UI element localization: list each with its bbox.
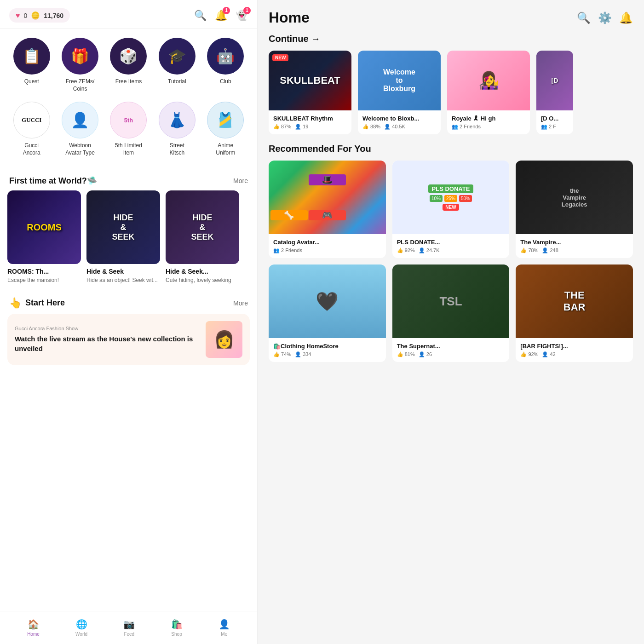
rooms-bg: ROOMS [7, 190, 81, 264]
rec-name-clothing: 🛍️Clothing HomeStore [273, 343, 381, 350]
start-here-header: 👆 Start Here More [0, 292, 257, 314]
right-search-icon[interactable]: 🔍 [577, 12, 591, 24]
new-badge-skullbeat: NEW [272, 54, 288, 61]
header-icons: 🔍 🔔 1 👻 1 [194, 10, 248, 22]
cat-free-items-icon: 🎲 [110, 38, 147, 75]
cat-street-label: StreetKitsch [170, 142, 185, 156]
world-thumb-hideseek1: HIDE&SEEK [86, 190, 160, 264]
rec-grid: 🎩 🦴 🎮 Catalog Avatar... 👥 2 Friends [269, 161, 633, 362]
nav-profile[interactable]: 👤 Me [218, 619, 230, 637]
recommended-title: Recommended For You [269, 144, 633, 154]
rec-meta-donate: 👍 92% 👤 24.7K [397, 247, 505, 253]
cat-free-items[interactable]: 🎲 Free Items [108, 38, 149, 92]
nav-home[interactable]: 🏠 Home [27, 619, 40, 637]
cat-tutorial[interactable]: 🎓 Tutorial [156, 38, 198, 92]
game-name-bloxburg: Welcome to Bloxb... [362, 115, 436, 122]
rec-thumb-vampire: theVampireLegacies [516, 161, 633, 234]
start-here-card[interactable]: Gucci Ancora Fashion Show Watch the live… [7, 314, 250, 365]
cat-anime-label: AnimeUniform [216, 142, 235, 156]
cat-zepeto5[interactable]: 5th 5th LimitedItem [108, 102, 149, 156]
rec-meta-clothing: 👍 74% 👤 334 [273, 351, 381, 357]
cat-gucci[interactable]: GUCCI GucciAncora [11, 102, 52, 156]
cat-quest[interactable]: 📋 Quest [11, 38, 52, 92]
category-section: 📋 Quest 🎁 Free ZEMs/Coins 🎲 Free Items 🎓… [0, 29, 257, 170]
world-desc-rooms: Escape the mansion! [7, 277, 81, 284]
rec-thumb-catalog: 🎩 🦴 🎮 [269, 161, 386, 234]
game-card-bloxburg[interactable]: WelcometoBloxburg Welcome to Bloxb... 👍 … [358, 51, 441, 134]
rec-meta-catalog: 👥 2 Friends [273, 247, 381, 253]
start-here-more[interactable]: More [233, 299, 248, 307]
ghost-badge: 1 [243, 7, 251, 14]
right-settings-icon[interactable]: ⚙️ [598, 12, 612, 24]
cat-webtoon-label: WebtoonAvatar Type [65, 142, 95, 156]
cat-anime[interactable]: 🎽 AnimeUniform [205, 102, 246, 156]
rec-card-vampire[interactable]: theVampireLegacies The Vampire... 👍 78% … [516, 161, 633, 258]
world-thumb-rooms: ROOMS [7, 190, 81, 264]
nav-shop[interactable]: 🛍️ Shop [171, 619, 183, 637]
world-name-hideseek1: Hide & Seek [86, 268, 160, 275]
game-name-royale: Royale 🎗 Hi gh [452, 115, 525, 122]
rec-card-bar[interactable]: THEBAR [BAR FIGHTS!]... 👍 92% 👤 42 [516, 264, 633, 362]
rec-card-catalog[interactable]: 🎩 🦴 🎮 Catalog Avatar... 👥 2 Friends [269, 161, 386, 258]
game-meta-royale: 👥 2 Friends [452, 124, 525, 130]
cat-club-label: Club [220, 78, 231, 86]
world-card-hideseek1[interactable]: HIDE&SEEK Hide & Seek Hide as an object!… [86, 190, 160, 284]
left-header: ♥ 0 🪙 11,760 🔍 🔔 1 👻 1 [0, 0, 257, 29]
cat-gucci-icon: GUCCI [13, 102, 50, 138]
cat-free-zems[interactable]: 🎁 Free ZEMs/Coins [59, 38, 101, 92]
game-thumb-royale: 👩‍🎤 [447, 51, 530, 110]
world-card-hideseek2[interactable]: HIDE&SEEK Hide & Seek... Cute hiding, lo… [166, 190, 239, 284]
notification-button[interactable]: 🔔 1 [215, 10, 227, 22]
cat-webtoon[interactable]: 👤 WebtoonAvatar Type [59, 102, 101, 156]
cat-zepeto5-icon: 5th [110, 102, 147, 138]
cat-club[interactable]: 🤖 Club [205, 38, 246, 92]
rec-name-catalog: Catalog Avatar... [273, 239, 381, 246]
recommended-section: Recommended For You 🎩 🦴 🎮 [258, 144, 644, 362]
category-row-1: 📋 Quest 🎁 Free ZEMs/Coins 🎲 Free Items 🎓… [7, 38, 250, 92]
right-content: Continue → SKULLBEAT NEW SKULLBEAT Rhyth… [258, 34, 644, 644]
rec-thumb-supernat: TSL [392, 264, 510, 338]
heart-icon: ♥ [16, 12, 20, 20]
rec-card-supernat[interactable]: TSL The Supernat... 👍 81% 👤 26 [392, 264, 510, 362]
game-card-skullbeat[interactable]: SKULLBEAT NEW SKULLBEAT Rhythm 👍 87% 👤 1… [269, 51, 351, 134]
nav-world[interactable]: 🌐 World [75, 619, 87, 637]
cat-tutorial-label: Tutorial [168, 78, 186, 86]
left-content: 📋 Quest 🎁 Free ZEMs/Coins 🎲 Free Items 🎓… [0, 29, 257, 611]
right-panel: Home 🔍 ⚙️ 🔔 Continue → SKULLBEAT NEW [258, 0, 644, 644]
ghost-button[interactable]: 👻 1 [236, 10, 248, 22]
start-card-subtitle: Gucci Ancora Fashion Show [15, 326, 200, 331]
cat-club-icon: 🤖 [207, 38, 244, 75]
coin-count: 11,760 [44, 12, 63, 19]
cat-street-icon: 👗 [159, 102, 196, 138]
rec-card-clothing[interactable]: 🖤 🛍️Clothing HomeStore 👍 74% 👤 334 [269, 264, 386, 362]
world-scroll: ROOMS ROOMS: Th... Escape the mansion! H… [0, 190, 257, 292]
game-card-royale[interactable]: 👩‍🎤 Royale 🎗 Hi gh 👥 2 Friends [447, 51, 530, 134]
right-header: Home 🔍 ⚙️ 🔔 [258, 0, 644, 34]
rec-card-donate[interactable]: PLS DONATE 10% 25% 50% NEW PLS DONATE... [392, 161, 510, 258]
start-card-text: Gucci Ancora Fashion Show Watch the live… [15, 326, 200, 353]
first-time-header: First time at World?🛸 More [0, 170, 257, 190]
game-meta-partial: 👥 2 F [541, 124, 569, 130]
cat-street[interactable]: 👗 StreetKitsch [156, 102, 198, 156]
right-bell-icon[interactable]: 🔔 [619, 12, 633, 24]
rec-name-supernat: The Supernat... [397, 343, 505, 350]
game-card-partial[interactable]: [D [D O... 👥 2 F [536, 51, 573, 134]
world-card-rooms[interactable]: ROOMS ROOMS: Th... Escape the mansion! [7, 190, 81, 284]
right-header-icons: 🔍 ⚙️ 🔔 [577, 12, 633, 24]
continue-cards: SKULLBEAT NEW SKULLBEAT Rhythm 👍 87% 👤 1… [269, 51, 633, 134]
start-card-title: Watch the live stream as the House's new… [15, 334, 200, 353]
page-title: Home [269, 9, 310, 26]
rec-meta-supernat: 👍 81% 👤 26 [397, 351, 505, 357]
cat-quest-label: Quest [24, 78, 39, 86]
search-button[interactable]: 🔍 [194, 10, 207, 22]
cat-gucci-label: GucciAncora [23, 142, 40, 156]
first-time-more[interactable]: More [233, 177, 248, 184]
rec-thumb-bar: THEBAR [516, 264, 633, 338]
rec-name-donate: PLS DONATE... [397, 239, 505, 246]
world-name-hideseek2: Hide & Seek... [166, 268, 239, 275]
world-thumb-hideseek2: HIDE&SEEK [166, 190, 239, 264]
currency-display[interactable]: ♥ 0 🪙 11,760 [9, 8, 70, 23]
cat-free-zems-icon: 🎁 [62, 38, 98, 75]
nav-feed[interactable]: 📷 Feed [123, 619, 135, 637]
continue-header: Continue → [269, 34, 633, 44]
